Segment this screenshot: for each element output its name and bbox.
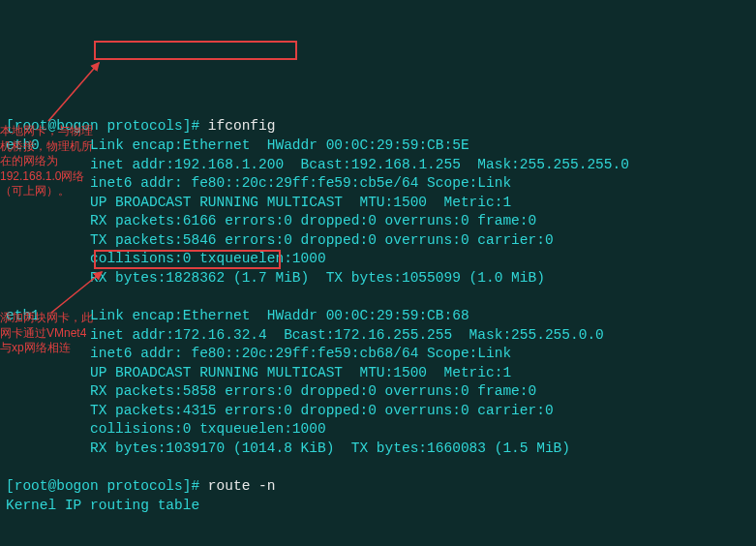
- eth0-inet: inet addr:192.168.1.200: [90, 157, 284, 172]
- command-ifconfig: ifconfig: [208, 118, 276, 134]
- eth1-inet: inet addr:172.16.32.4: [90, 327, 267, 343]
- prompt-line: [root@bogon protocols]# route -n: [6, 478, 275, 494]
- annotation-note-eth0: 本地网卡，与物理机桥接，物理机所在的网络为192.168.1.0网络（可上网）。: [0, 124, 97, 199]
- annotation-note-eth1: 添加两块网卡，此网卡通过VMnet4与xp网络相连: [0, 311, 97, 356]
- terminal-output: [root@bogon protocols]# ifconfig eth0 Li…: [6, 99, 756, 515]
- highlight-box-eth0-inet: [94, 41, 297, 60]
- route-title: Kernel IP routing table: [6, 498, 199, 513]
- command-route: route -n: [208, 478, 276, 494]
